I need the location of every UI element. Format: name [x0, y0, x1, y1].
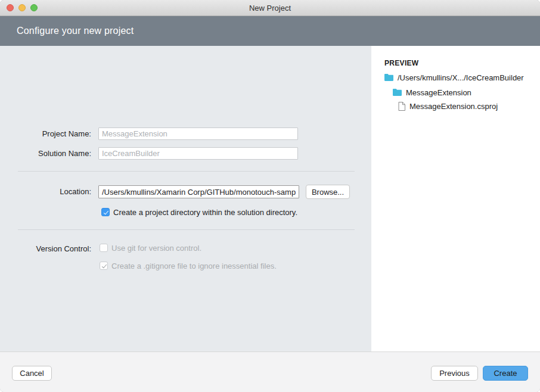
- project-directory-checkbox-label[interactable]: Create a project directory within the so…: [113, 208, 297, 217]
- configure-form: Project Name: Solution Name: Location: B…: [0, 46, 371, 351]
- folder-icon: [393, 89, 402, 96]
- file-icon: [398, 102, 405, 111]
- tree-item-label: MessageExtension: [406, 88, 471, 97]
- gitignore-checkbox[interactable]: [100, 262, 108, 270]
- new-project-dialog: New Project Configure your new project P…: [0, 0, 540, 392]
- location-input[interactable]: [98, 185, 299, 198]
- location-label: Location:: [0, 187, 91, 196]
- window-title: New Project: [0, 0, 540, 16]
- page-title: Configure your new project: [17, 16, 134, 46]
- project-name-label: Project Name:: [0, 129, 91, 138]
- use-git-checkbox[interactable]: [100, 244, 108, 252]
- previous-button[interactable]: Previous: [431, 366, 478, 381]
- titlebar: New Project: [0, 0, 540, 16]
- preview-pane: PREVIEW /Users/kmullins/X.../IceCreamBui…: [371, 46, 540, 351]
- version-control-label: Version Control:: [0, 244, 91, 253]
- browse-button[interactable]: Browse...: [306, 185, 350, 199]
- folder-icon: [384, 74, 393, 81]
- project-directory-checkbox[interactable]: [101, 208, 110, 216]
- tree-item-csproj-file[interactable]: MessageExtension.csproj: [398, 101, 498, 111]
- tree-item-project-folder[interactable]: MessageExtension: [393, 87, 471, 98]
- gitignore-checkbox-label[interactable]: Create a .gitignore file to ignore iness…: [111, 262, 277, 270]
- footer-bar: Cancel Previous Create: [0, 351, 540, 392]
- solution-name-input[interactable]: [98, 147, 298, 160]
- preview-title: PREVIEW: [384, 59, 418, 67]
- main-content: Project Name: Solution Name: Location: B…: [0, 46, 540, 351]
- separator: [18, 171, 355, 172]
- create-button[interactable]: Create: [483, 366, 528, 381]
- use-git-checkbox-label[interactable]: Use git for version control.: [111, 244, 201, 253]
- wizard-header: Configure your new project: [0, 16, 540, 46]
- tree-item-solution-folder[interactable]: /Users/kmullins/X.../IceCreamBuilder: [384, 72, 524, 83]
- separator: [18, 229, 355, 230]
- cancel-button[interactable]: Cancel: [12, 366, 52, 381]
- solution-name-label: Solution Name:: [0, 149, 91, 158]
- tree-item-label: MessageExtension.csproj: [409, 102, 498, 111]
- tree-item-label: /Users/kmullins/X.../IceCreamBuilder: [398, 73, 524, 82]
- project-name-input[interactable]: [98, 127, 298, 140]
